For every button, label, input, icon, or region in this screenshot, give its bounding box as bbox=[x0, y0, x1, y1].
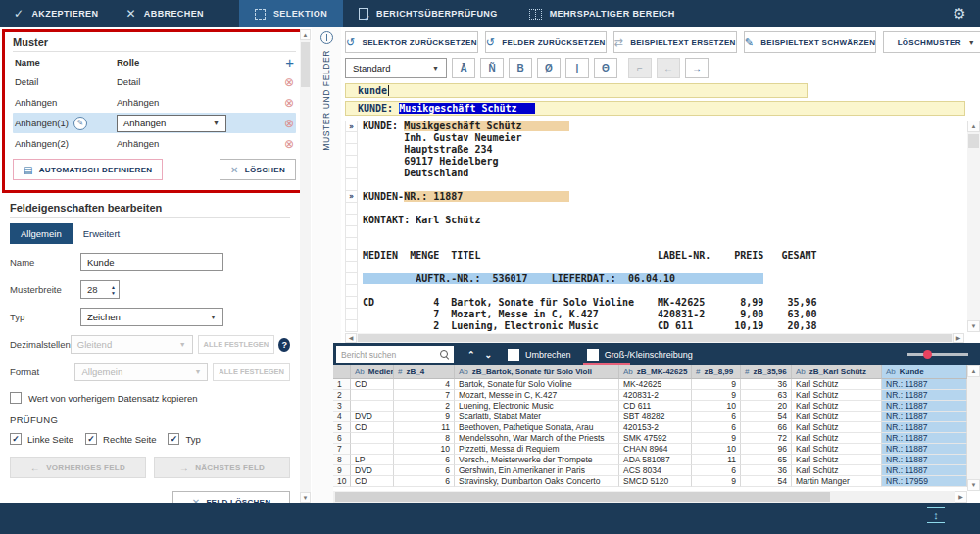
validation-checkbox[interactable]: ✓ bbox=[85, 433, 97, 445]
grid-header-cell[interactable]: #zB_8,99 bbox=[692, 365, 741, 379]
muster-row[interactable]: Anhängen(2)Anhängen⊗ bbox=[13, 133, 296, 154]
tab-erweitert[interactable]: Erweitert bbox=[73, 223, 130, 244]
delete-row-icon[interactable]: ⊗ bbox=[284, 96, 294, 110]
grid-cell[interactable]: 10 bbox=[692, 444, 741, 455]
search-next-icon[interactable]: ⌄ bbox=[485, 350, 493, 360]
grid-cell[interactable]: 9 bbox=[692, 433, 741, 444]
grid-cell[interactable]: NR.: 11887 bbox=[882, 433, 967, 444]
pattern-width-stepper[interactable]: 28 ▲▼ bbox=[80, 280, 120, 299]
grid-header-cell[interactable] bbox=[333, 365, 351, 379]
report-line[interactable]: »KUNDEN-NR.: 11887 bbox=[345, 191, 964, 203]
grid-cell[interactable]: Luening, Electronic Music bbox=[455, 401, 619, 412]
type-select[interactable]: Zeichen ▼ bbox=[80, 308, 223, 326]
grid-row[interactable]: 8LP6Versch., Meisterwerke der TrompeteAD… bbox=[333, 455, 967, 465]
grid-cell[interactable]: 420153-2 bbox=[619, 422, 692, 433]
grid-cell[interactable]: MK-42625 bbox=[619, 379, 692, 390]
action-button[interactable]: ↺SELEKTOR ZURÜCKSETZEN bbox=[345, 31, 478, 53]
grid-cell[interactable]: SMCD 5120 bbox=[619, 476, 692, 487]
grid-cell[interactable]: Karl Schütz bbox=[792, 401, 882, 412]
grid-cell[interactable]: NR.: 11887 bbox=[882, 412, 967, 422]
trap-nav-button[interactable]: → bbox=[685, 58, 709, 78]
delete-row-icon[interactable]: ⊗ bbox=[284, 137, 294, 151]
grid-cell[interactable]: 10 bbox=[394, 444, 455, 455]
scrollbar-thumb[interactable] bbox=[335, 492, 830, 502]
muster-row[interactable]: Anhängen(1)✎Anhängen▼⊗ bbox=[13, 113, 296, 133]
grid-cell[interactable]: 36 bbox=[741, 379, 792, 390]
grid-cell[interactable]: 11 bbox=[692, 455, 741, 465]
grid-cell[interactable]: 9 bbox=[692, 379, 741, 390]
grid-cell[interactable]: Pizzetti, Messa di Requiem bbox=[455, 444, 619, 455]
document-vertical-scrollbar[interactable]: ▲ ▼ bbox=[967, 121, 980, 332]
grid-row[interactable]: 1CD4Bartok, Sonate für Solo ViolineMK-42… bbox=[333, 379, 967, 390]
scrollbar-thumb[interactable] bbox=[968, 134, 979, 148]
grid-cell[interactable]: 65 bbox=[741, 455, 792, 465]
grid-cell[interactable] bbox=[351, 401, 394, 412]
grid-cell[interactable]: Stravinsky, Dumbarton Oaks Concerto bbox=[455, 476, 619, 487]
trap-char-button[interactable]: Ø bbox=[537, 58, 561, 78]
grid-cell[interactable]: 72 bbox=[741, 433, 792, 444]
wrap-checkbox[interactable] bbox=[508, 349, 519, 361]
grid-cell[interactable]: CD 611 bbox=[619, 401, 692, 412]
trap-char-button[interactable]: B bbox=[509, 58, 532, 78]
grid-row[interactable]: 5CD11Beethoven, Pathetique Sonata, Arau4… bbox=[333, 422, 967, 433]
grid-cell[interactable]: Karl Schütz bbox=[792, 444, 882, 455]
grid-cell[interactable]: DVD bbox=[351, 412, 394, 422]
report-line[interactable]: Inh. Gustav Neumeier bbox=[345, 132, 964, 144]
grid-header-cell[interactable]: AbzB_Karl Schütz bbox=[792, 365, 882, 379]
grid-cell[interactable] bbox=[351, 444, 394, 455]
grid-cell[interactable]: 20 bbox=[741, 401, 792, 412]
report-line[interactable]: 7 Mozart, Messe in C, K.427 420831-2 9,0… bbox=[345, 309, 964, 320]
grid-cell[interactable]: 6 bbox=[394, 455, 455, 465]
grid-header-cell[interactable]: AbKunde bbox=[882, 365, 967, 379]
grid-cell[interactable] bbox=[351, 390, 394, 401]
scroll-up-icon[interactable]: ▲ bbox=[967, 121, 980, 132]
scroll-up-icon[interactable]: ▲ bbox=[300, 29, 311, 40]
grid-cell[interactable]: NR.: 17959 bbox=[882, 476, 967, 487]
report-line[interactable]: Hauptstraße 234 bbox=[345, 144, 964, 156]
grid-cell[interactable]: 36 bbox=[741, 465, 792, 476]
grid-cell[interactable]: 96 bbox=[741, 444, 792, 455]
grid-row[interactable]: 9DVD6Gershwin, Ein Amerikaner in ParisAC… bbox=[333, 465, 967, 476]
action-button[interactable]: ⇄BEISPIELTEXT ERSETZEN bbox=[613, 31, 737, 53]
report-line[interactable]: AUFTR.-NR.: 536017 LIEFERDAT.: 06.04.10 bbox=[345, 273, 964, 285]
grid-cell[interactable]: Mozart, Messe in C, K.427 bbox=[455, 390, 619, 401]
expand-panel-icon[interactable]: ↕ bbox=[927, 507, 945, 523]
report-line[interactable]: KONTAKT: Karl Schütz bbox=[345, 215, 964, 226]
grid-cell[interactable]: 2 bbox=[394, 401, 455, 412]
grid-cell[interactable]: 6 bbox=[692, 412, 741, 422]
grid-cell[interactable]: 6 bbox=[692, 465, 741, 476]
grid-cell[interactable]: 54 bbox=[741, 476, 792, 487]
search-previous-icon[interactable]: ⌃ bbox=[467, 350, 475, 360]
grid-row[interactable]: 710Pizzetti, Messa di RequiemCHAN 896410… bbox=[333, 444, 967, 455]
grid-cell[interactable]: 7 bbox=[394, 390, 455, 401]
grid-header-cell[interactable]: AbzB_MK-42625 bbox=[619, 365, 692, 379]
help-icon[interactable]: ? bbox=[278, 338, 290, 352]
gear-icon[interactable]: ⚙ bbox=[953, 5, 966, 23]
validation-checkbox[interactable]: ✓ bbox=[10, 433, 22, 445]
grid-header-cell[interactable]: AbMedien bbox=[351, 365, 394, 379]
slider-handle[interactable] bbox=[923, 350, 932, 359]
zoom-slider[interactable] bbox=[907, 353, 968, 356]
grid-row[interactable]: 27Mozart, Messe in C, K.427420831-2963Ka… bbox=[333, 390, 967, 401]
edit-icon[interactable]: ✎ bbox=[74, 117, 87, 130]
stepper-down-icon[interactable]: ▼ bbox=[111, 290, 116, 296]
delete-muster-button[interactable]: ✕ LÖSCHEN bbox=[220, 159, 296, 180]
scroll-left-icon[interactable]: ◀ bbox=[345, 333, 357, 343]
grid-cell[interactable]: Karl Schütz bbox=[792, 390, 882, 401]
trap-character-line[interactable]: kunde bbox=[345, 83, 808, 98]
grid-cell[interactable]: NR.: 11887 bbox=[882, 379, 967, 390]
tab-berichtsueberpruefung[interactable]: BERICHTSÜBERPRÜFUNG bbox=[343, 0, 514, 27]
grid-cell[interactable]: CD bbox=[351, 476, 394, 487]
grid-cell[interactable]: DVD bbox=[351, 465, 394, 476]
scroll-up-icon[interactable]: ▲ bbox=[967, 365, 980, 377]
grid-cell[interactable]: 8 bbox=[394, 433, 455, 444]
muster-row[interactable]: DetailDetail⊗ bbox=[13, 72, 296, 92]
grid-cell[interactable]: SBT 48282 bbox=[619, 412, 692, 422]
grid-cell[interactable]: NR.: 11887 bbox=[882, 465, 967, 476]
tab-allgemein[interactable]: Allgemein bbox=[10, 223, 73, 244]
grid-cell[interactable]: LP bbox=[351, 455, 394, 465]
grid-cell[interactable]: Mendelssohn, War March of the Priests bbox=[455, 433, 619, 444]
trap-char-button[interactable]: Ā bbox=[452, 58, 475, 78]
pin-icon[interactable] bbox=[320, 31, 333, 44]
tab-mehrspaltiger-bereich[interactable]: MEHRSPALTIGER BEREICH bbox=[514, 0, 691, 27]
